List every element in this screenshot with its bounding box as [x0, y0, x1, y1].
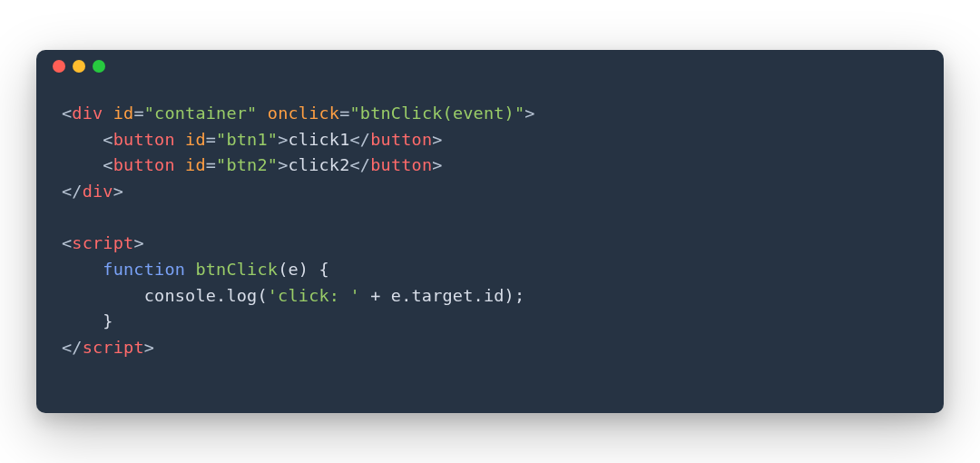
attr-name: id — [185, 155, 206, 174]
string-literal: 'click: ' — [268, 286, 360, 305]
code-line-3: <button id="btn2">click2</button> — [62, 153, 918, 179]
maximize-icon[interactable] — [93, 60, 105, 73]
code-line-8: } — [62, 309, 918, 335]
element-text: click2 — [288, 155, 349, 174]
code-line-7: console.log('click: ' + e.target.id); — [62, 283, 918, 310]
close-icon[interactable] — [53, 60, 65, 73]
attr-name: id — [113, 103, 134, 123]
function-name: btnClick — [195, 260, 278, 279]
code-line-9: </script> — [62, 335, 918, 361]
tag-name: button — [113, 155, 175, 174]
attr-value: "container" — [144, 103, 258, 123]
blank-line — [62, 205, 918, 232]
minimize-icon[interactable] — [73, 60, 85, 73]
bracket: < — [62, 103, 72, 123]
code-line-6: function btnClick(e) { — [62, 257, 918, 283]
window-titlebar — [36, 50, 944, 83]
attr-name: onclick — [268, 103, 339, 123]
tag-name: button — [113, 130, 175, 149]
tag-name: script — [72, 233, 133, 252]
tag-name: div — [83, 182, 113, 201]
attr-name: id — [185, 130, 206, 149]
element-text: click1 — [288, 130, 349, 149]
attr-value: "btnClick(event)" — [350, 103, 525, 123]
attr-value: "btn2" — [216, 155, 278, 174]
code-line-2: <button id="btn1">click1</button> — [62, 127, 918, 153]
tag-name: script — [83, 338, 144, 357]
tag-name: div — [72, 103, 103, 123]
code-window: <div id="container" onclick="btnClick(ev… — [36, 50, 944, 413]
code-block: <div id="container" onclick="btnClick(ev… — [36, 83, 944, 379]
code-line-5: <script> — [62, 231, 918, 257]
code-line-1: <div id="container" onclick="btnClick(ev… — [62, 101, 918, 127]
attr-value: "btn1" — [216, 130, 278, 149]
keyword: function — [103, 260, 185, 279]
code-line-4: </div> — [62, 179, 918, 205]
